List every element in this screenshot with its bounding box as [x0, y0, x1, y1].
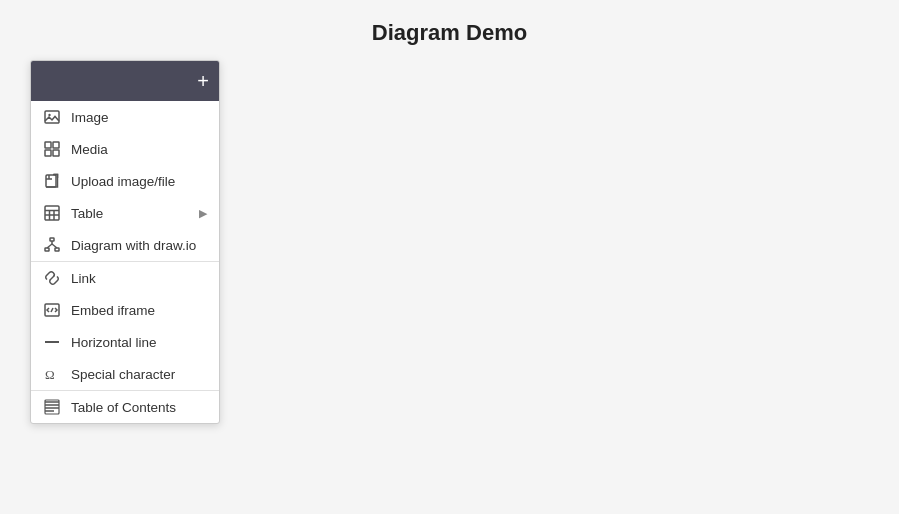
- svg-rect-11: [45, 206, 59, 220]
- svg-rect-0: [45, 111, 59, 123]
- menu-item-toc[interactable]: Table of Contents: [31, 391, 219, 423]
- table-arrow: ▶: [199, 207, 207, 220]
- menu-item-special-char[interactable]: Ω Special character: [31, 358, 219, 390]
- special-char-icon: Ω: [43, 365, 61, 383]
- embed-label: Embed iframe: [71, 303, 207, 318]
- toc-icon: [43, 398, 61, 416]
- svg-point-1: [48, 114, 50, 116]
- table-icon: [43, 204, 61, 222]
- svg-rect-4: [45, 150, 51, 156]
- svg-rect-5: [53, 150, 59, 156]
- svg-rect-18: [55, 248, 59, 251]
- diagram-icon: [43, 236, 61, 254]
- menu-item-image[interactable]: Image: [31, 101, 219, 133]
- menu-item-table[interactable]: Table ▶: [31, 197, 219, 229]
- page-title: Diagram Demo: [0, 0, 899, 62]
- horizontal-line-icon: [43, 333, 61, 351]
- svg-rect-3: [53, 142, 59, 148]
- svg-rect-17: [45, 248, 49, 251]
- link-label: Link: [71, 271, 207, 286]
- panel-header: +: [31, 61, 219, 101]
- diagram-label: Diagram with draw.io: [71, 238, 207, 253]
- upload-icon: [43, 172, 61, 190]
- svg-rect-6: [46, 175, 56, 187]
- menu-item-upload[interactable]: Upload image/file: [31, 165, 219, 197]
- toc-label: Table of Contents: [71, 400, 207, 415]
- image-label: Image: [71, 110, 207, 125]
- svg-rect-16: [50, 238, 54, 241]
- embed-icon: [43, 301, 61, 319]
- horizontal-line-label: Horizontal line: [71, 335, 207, 350]
- svg-line-20: [47, 244, 52, 248]
- menu-item-link[interactable]: Link: [31, 262, 219, 294]
- section-media: Image Media: [31, 101, 219, 262]
- section-toc: Table of Contents: [31, 391, 219, 423]
- media-icon: [43, 140, 61, 158]
- svg-text:Ω: Ω: [45, 367, 55, 382]
- menu-item-embed[interactable]: Embed iframe: [31, 294, 219, 326]
- dropdown-panel: + Image Media: [30, 60, 220, 424]
- plus-icon[interactable]: +: [197, 71, 209, 91]
- special-char-label: Special character: [71, 367, 207, 382]
- svg-line-22: [50, 276, 54, 280]
- menu-item-diagram[interactable]: Diagram with draw.io: [31, 229, 219, 261]
- svg-line-21: [52, 244, 57, 248]
- image-icon: [43, 108, 61, 126]
- menu-item-media[interactable]: Media: [31, 133, 219, 165]
- link-icon: [43, 269, 61, 287]
- media-label: Media: [71, 142, 207, 157]
- svg-rect-2: [45, 142, 51, 148]
- upload-label: Upload image/file: [71, 174, 207, 189]
- menu-item-horizontal-line[interactable]: Horizontal line: [31, 326, 219, 358]
- table-label: Table: [71, 206, 189, 221]
- section-links: Link Embed iframe Horizontal line: [31, 262, 219, 391]
- svg-line-24: [51, 308, 53, 312]
